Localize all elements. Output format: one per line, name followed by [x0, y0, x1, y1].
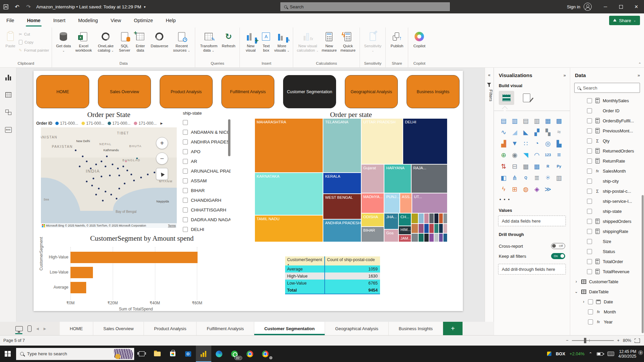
map-icon[interactable]: ⊕ [498, 149, 509, 161]
area-chart-icon[interactable]: ◢ [509, 126, 520, 138]
treemap-tile[interactable] [418, 233, 424, 242]
table-row[interactable]: Average1059 [285, 265, 380, 273]
paste-button[interactable]: Paste [3, 29, 18, 48]
map-zoom-in-button[interactable]: + [156, 137, 168, 149]
map-data-point[interactable] [125, 161, 127, 162]
treemap-tile[interactable] [443, 233, 447, 242]
new-visual-button[interactable]: + New visual [243, 29, 259, 53]
field-row-date[interactable]: ›Date [570, 297, 644, 307]
treemap-tile[interactable] [411, 224, 418, 234]
treemap-tile[interactable]: ODISHA [361, 213, 384, 227]
more-visuals-button[interactable]: ✎ More visuals ⌄ [273, 29, 290, 53]
chrome-profile-2-button[interactable] [258, 346, 273, 362]
field-checkbox[interactable] [587, 148, 592, 154]
new-page-button[interactable]: + [443, 322, 463, 335]
slicer-item[interactable]: CHANDIGARH [183, 195, 230, 205]
file-explorer-button[interactable] [150, 346, 165, 362]
title-caret-icon[interactable]: ▾ [144, 5, 146, 9]
slicer-checkbox[interactable] [183, 178, 188, 183]
refresh-button[interactable]: ↻ Refresh [220, 29, 237, 48]
field-row-totalorder[interactable]: TotalOrder [570, 256, 644, 266]
tray-overflow-chevron[interactable]: ⌃ [589, 352, 592, 356]
field-row-ordersbyfulfil-[interactable]: OrdersByFulfil... [570, 116, 644, 126]
donut-chart-icon[interactable]: ◎ [542, 138, 553, 149]
field-row-returnrate[interactable]: ReturnRate [570, 156, 644, 166]
map-data-point[interactable] [112, 164, 113, 165]
treemap-icon[interactable]: ▙ [553, 138, 565, 149]
treemap-tile[interactable]: UT... [412, 193, 447, 213]
field-checkbox[interactable] [587, 128, 592, 133]
map-data-point[interactable] [102, 200, 104, 201]
save-icon[interactable] [0, 0, 11, 13]
scatter-chart-icon[interactable]: ∷ [520, 138, 531, 149]
clock[interactable]: 12:45 PM 4/30/2025 [619, 349, 636, 359]
tab-insert[interactable]: Insert [47, 13, 72, 27]
power-apps-icon[interactable]: ϟ [498, 183, 509, 195]
model-view-button[interactable] [0, 105, 16, 120]
new-visual-calculation-button[interactable]: fx New visual calculation ⌄ [296, 29, 319, 53]
recent-sources-button[interactable]: Recent sources ⌄ [171, 29, 192, 53]
custom-visual-icon[interactable]: ◈ [531, 183, 542, 195]
page-tab-business-insights[interactable]: Business Insights [389, 322, 443, 335]
map-data-point[interactable] [122, 166, 124, 167]
slicer-checkbox[interactable] [183, 120, 188, 125]
field-row-size[interactable]: Size [570, 236, 644, 246]
field-row-ship-city[interactable]: ship-city [570, 176, 644, 186]
map-terms-link[interactable]: Terms [168, 224, 176, 227]
python-visual-icon[interactable]: Py [553, 161, 565, 172]
treemap-tile[interactable] [434, 224, 439, 234]
power-automate-icon[interactable]: ⊞ [509, 183, 520, 195]
treemap-tile[interactable]: TAMIL NADU [255, 215, 323, 242]
nav-button-business-insights[interactable]: Business Insights [407, 75, 460, 108]
field-row-status[interactable]: Status [570, 246, 644, 256]
expand-table-icon[interactable]: ⌄ [574, 289, 578, 294]
transform-data-button[interactable]: ✎ Transform data ⌄ [198, 29, 219, 53]
hundred-stacked-bar-chart-icon[interactable]: ▦ [542, 115, 553, 126]
field-row-returnedorders[interactable]: ReturnedOrders [570, 146, 644, 156]
treemap-tile[interactable]: DELHI [403, 118, 447, 164]
treemap-tile[interactable]: MADHYA... [361, 193, 384, 213]
slicer-alt-icon[interactable]: ◧ [498, 172, 509, 183]
new-measure-button[interactable]: New measure [320, 29, 338, 53]
treemap-tile[interactable] [424, 213, 429, 224]
treemap-tile[interactable]: ASS... [400, 193, 412, 213]
ribbon-collapse-chevron[interactable]: ⌃ [638, 62, 641, 66]
slicer-item[interactable]: CHHATTISGARH [183, 205, 230, 215]
zoom-out-button[interactable]: − [566, 338, 568, 343]
waterfall-chart-icon[interactable]: ▟ [498, 138, 509, 149]
format-visual-mode-button[interactable] [519, 91, 534, 105]
map-data-point[interactable] [95, 194, 97, 195]
field-row-previousmont-[interactable]: PreviousMont... [570, 126, 644, 136]
field-checkbox[interactable] [587, 169, 592, 174]
map-data-point[interactable] [105, 166, 106, 167]
treemap-tile[interactable] [439, 224, 443, 234]
report-view-button[interactable] [0, 70, 16, 85]
treemap-tile[interactable]: WEST BENGAL [323, 194, 361, 219]
slicer-checkbox[interactable] [183, 217, 188, 222]
zoom-in-button[interactable]: + [617, 338, 620, 343]
treemap-tile[interactable] [429, 224, 434, 234]
treemap-tile[interactable]: UTTAR PRADESH [361, 118, 403, 164]
arcgis-map-icon[interactable]: ◍ [520, 183, 531, 195]
treemap-tile[interactable]: PUNJ... [384, 193, 400, 213]
slicer-checkbox[interactable] [183, 139, 188, 144]
map-data-point[interactable] [86, 181, 88, 182]
slicer-checkbox[interactable] [183, 169, 188, 174]
map-data-point[interactable] [133, 180, 135, 181]
map-data-point[interactable] [109, 175, 111, 176]
zoom-slider-thumb[interactable] [584, 338, 586, 343]
account-avatar-icon[interactable] [584, 3, 592, 11]
share-button[interactable]: Share ⌄ [609, 16, 640, 25]
field-row-monthlysales[interactable]: MonthlySales [570, 96, 644, 106]
treemap-tile[interactable]: JHA... [384, 213, 398, 230]
decomposition-tree-icon[interactable]: ⋔ [509, 172, 520, 183]
edge-button[interactable] [211, 346, 227, 362]
sql-server-button[interactable]: SQL Server [117, 29, 132, 53]
bar-chart-bar[interactable] [70, 252, 198, 263]
map-data-point[interactable] [126, 170, 128, 171]
map-data-point[interactable] [118, 188, 120, 189]
treemap-tile[interactable] [429, 233, 434, 242]
sign-in-button[interactable]: Sign in [567, 4, 580, 9]
collapse-visualizations-icon[interactable]: » [564, 73, 566, 78]
sensitivity-button[interactable]: Sensitivity⌄ [363, 29, 383, 53]
